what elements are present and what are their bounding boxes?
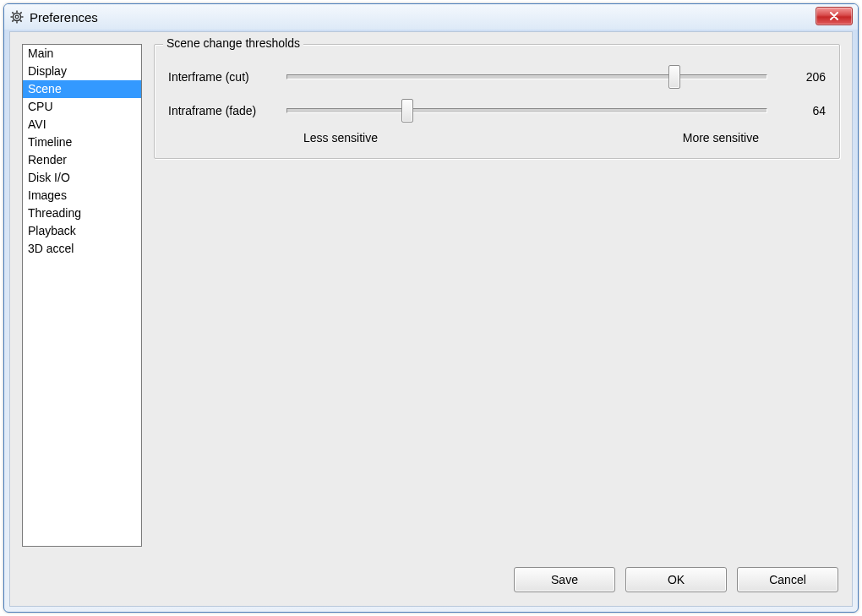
sidebar-item-images[interactable]: Images: [23, 187, 141, 204]
window-title: Preferences: [30, 10, 98, 25]
svg-line-8: [12, 20, 14, 22]
content-row: MainDisplaySceneCPUAVITimelineRenderDisk…: [10, 32, 852, 559]
ok-button[interactable]: OK: [625, 567, 727, 592]
settings-panel: Scene change thresholds Interframe (cut)…: [154, 44, 840, 547]
sidebar-item-main[interactable]: Main: [23, 45, 141, 63]
svg-point-1: [15, 15, 19, 19]
sidebar-item-timeline[interactable]: Timeline: [23, 134, 141, 151]
slider-row-interframe: Interframe (cut) 206: [168, 60, 826, 94]
sidebar-item-display[interactable]: Display: [23, 63, 141, 80]
slider-thumb-interframe[interactable]: [668, 65, 680, 89]
dialog-footer: Save OK Cancel: [10, 559, 852, 606]
close-button[interactable]: [816, 7, 853, 25]
titlebar[interactable]: Preferences: [4, 4, 858, 30]
groupbox-scene-thresholds: Scene change thresholds Interframe (cut)…: [154, 44, 840, 159]
sidebar-item-scene[interactable]: Scene: [23, 80, 141, 98]
slider-value-intraframe: 64: [767, 104, 826, 117]
sidebar-item-avi[interactable]: AVI: [23, 116, 141, 134]
sidebar-item-playback[interactable]: Playback: [23, 222, 141, 240]
sidebar-item-cpu[interactable]: CPU: [23, 98, 141, 116]
slider-label-intraframe: Intraframe (fade): [168, 104, 286, 117]
save-button[interactable]: Save: [514, 567, 615, 592]
app-gear-icon: [9, 9, 25, 25]
sidebar-item-disk-i-o[interactable]: Disk I/O: [23, 169, 141, 187]
slider-value-interframe: 206: [767, 70, 826, 84]
less-sensitive-label: Less sensitive: [303, 131, 378, 144]
slider-label-interframe: Interframe (cut): [168, 70, 286, 84]
svg-line-7: [20, 20, 22, 22]
sidebar-item-3d-accel[interactable]: 3D accel: [23, 240, 141, 258]
groupbox-legend: Scene change thresholds: [163, 36, 303, 50]
more-sensitive-label: More sensitive: [683, 131, 759, 144]
svg-line-6: [12, 12, 14, 14]
client-area: MainDisplaySceneCPUAVITimelineRenderDisk…: [9, 31, 853, 607]
slider-row-intraframe: Intraframe (fade) 64: [168, 94, 826, 128]
sensitivity-labels-row: Less sensitive More sensitive: [168, 131, 826, 144]
slider-interframe[interactable]: [286, 64, 767, 90]
sidebar-item-render[interactable]: Render: [23, 151, 141, 169]
slider-thumb-intraframe[interactable]: [401, 99, 413, 123]
category-listbox[interactable]: MainDisplaySceneCPUAVITimelineRenderDisk…: [22, 44, 142, 547]
slider-intraframe[interactable]: [286, 98, 767, 123]
svg-point-0: [14, 14, 21, 21]
close-icon: [828, 12, 840, 20]
cancel-button[interactable]: Cancel: [737, 567, 838, 592]
svg-line-9: [20, 12, 22, 14]
preferences-window: Preferences MainDisplaySceneCPUAVITimeli…: [3, 3, 859, 613]
sidebar-item-threading[interactable]: Threading: [23, 204, 141, 222]
